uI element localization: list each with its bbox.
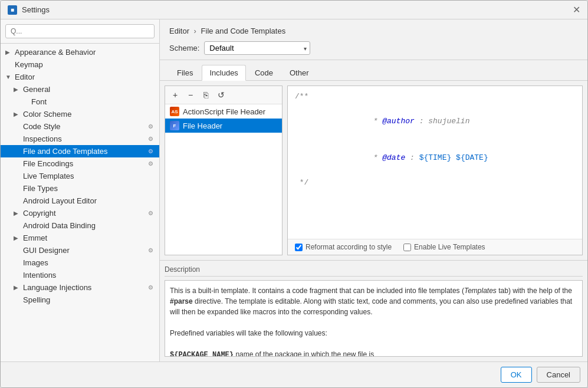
settings-badge-icon: ⚙ bbox=[146, 246, 155, 255]
footer: OK Cancel bbox=[1, 361, 587, 387]
actionscript-icon: AS bbox=[170, 107, 179, 116]
code-text: : bbox=[405, 153, 419, 162]
search-box bbox=[1, 19, 159, 44]
sidebar-item-font[interactable]: Font bbox=[1, 96, 159, 108]
main-body: + − ⎘ ↺ AS ActionScript File Header bbox=[160, 81, 587, 361]
sidebar-item-label: Font bbox=[31, 97, 155, 106]
sidebar-item-emmet[interactable]: ▶ Emmet bbox=[1, 232, 159, 244]
description-predefined: Predefined variables will take the follo… bbox=[170, 329, 327, 337]
sidebar-item-file-and-code-templates[interactable]: File and Code Templates ⚙ bbox=[1, 145, 159, 157]
settings-badge-icon: ⚙ bbox=[146, 123, 155, 131]
reformat-checkbox[interactable] bbox=[295, 244, 303, 251]
code-variable: ${TIME} bbox=[419, 153, 452, 162]
sidebar-item-android-layout-editor[interactable]: Android Layout Editor bbox=[1, 195, 159, 207]
sidebar-item-editor[interactable]: ▼ Editor bbox=[1, 71, 159, 83]
arrow-icon: ▶ bbox=[14, 210, 22, 216]
remove-button[interactable]: − bbox=[184, 88, 197, 101]
sidebar-item-images[interactable]: Images bbox=[1, 257, 159, 269]
sidebar-item-label: Spelling bbox=[23, 295, 155, 304]
description-label: Description bbox=[165, 265, 583, 277]
app-icon: ■ bbox=[8, 5, 17, 15]
sidebar-item-label: Images bbox=[23, 258, 155, 267]
variable-description: name of the package in which the new fil… bbox=[235, 350, 374, 357]
settings-badge-icon: ⚙ bbox=[146, 147, 155, 156]
tab-code[interactable]: Code bbox=[247, 65, 281, 80]
ok-button[interactable]: OK bbox=[501, 367, 532, 383]
close-button[interactable]: ✕ bbox=[573, 5, 580, 15]
file-item-label: File Header bbox=[183, 121, 222, 130]
file-list: AS ActionScript File Header F File Heade… bbox=[165, 104, 282, 255]
sidebar-item-android-data-binding[interactable]: Android Data Binding bbox=[1, 219, 159, 232]
file-toolbar: + − ⎘ ↺ bbox=[165, 86, 282, 104]
code-line: */ bbox=[295, 177, 575, 189]
live-templates-option[interactable]: Enable Live Templates bbox=[403, 243, 485, 251]
sidebar-item-intentions[interactable]: Intentions bbox=[1, 269, 159, 281]
code-line: * @author : shujuelin bbox=[295, 103, 575, 140]
sidebar-item-label: Live Templates bbox=[23, 172, 155, 180]
code-variable: ${DATE} bbox=[456, 153, 488, 162]
sidebar-item-file-types[interactable]: File Types bbox=[1, 182, 159, 195]
sidebar-item-gui-designer[interactable]: GUI Designer ⚙ bbox=[1, 244, 159, 257]
main-header: Editor › File and Code Templates Scheme:… bbox=[160, 19, 587, 60]
sidebar-item-inspections[interactable]: Inspections ⚙ bbox=[1, 133, 159, 145]
sidebar-item-label: Code Style bbox=[23, 122, 146, 131]
code-text: : shujuelin bbox=[415, 117, 470, 126]
breadcrumb: Editor › File and Code Templates bbox=[169, 27, 578, 35]
live-templates-label: Enable Live Templates bbox=[414, 243, 485, 251]
file-item-label: ActionScript File Header bbox=[183, 107, 265, 116]
sidebar-item-label: Language Injections bbox=[23, 283, 146, 292]
reformat-option[interactable]: Reformat according to style bbox=[295, 243, 392, 251]
scheme-row: Scheme: Default Project ▾ bbox=[169, 41, 578, 55]
settings-badge-icon: ⚙ bbox=[146, 284, 155, 292]
sidebar-item-copyright[interactable]: ▶ Copyright ⚙ bbox=[1, 207, 159, 219]
settings-badge-icon: ⚙ bbox=[146, 135, 155, 143]
arrow-icon: ▼ bbox=[5, 74, 14, 80]
title-bar-left: ■ Settings bbox=[8, 5, 50, 15]
sidebar-tree: ▶ Appearance & Behavior Keymap ▼ Editor … bbox=[1, 44, 159, 361]
sidebar-item-file-encodings[interactable]: File Encodings ⚙ bbox=[1, 157, 159, 170]
code-content[interactable]: /** * @author : shujuelin * @date : ${TI… bbox=[288, 86, 582, 239]
description-text[interactable]: This is a built-in template. It contains… bbox=[165, 280, 583, 357]
copy-button[interactable]: ⎘ bbox=[199, 88, 212, 101]
file-panel: + − ⎘ ↺ AS ActionScript File Header bbox=[165, 86, 282, 255]
reset-button[interactable]: ↺ bbox=[215, 88, 228, 101]
tab-files[interactable]: Files bbox=[169, 65, 201, 80]
sidebar: ▶ Appearance & Behavior Keymap ▼ Editor … bbox=[1, 19, 160, 361]
settings-badge-icon: ⚙ bbox=[146, 209, 155, 218]
code-space bbox=[451, 153, 456, 162]
sidebar-item-live-templates[interactable]: Live Templates bbox=[1, 170, 159, 182]
arrow-icon: ▶ bbox=[14, 284, 22, 291]
arrow-icon: ▶ bbox=[14, 86, 22, 93]
sidebar-item-code-style[interactable]: Code Style ⚙ bbox=[1, 120, 159, 133]
sidebar-item-language-injections[interactable]: ▶ Language Injections ⚙ bbox=[1, 281, 159, 294]
description-content: This is a built-in template. It contains… bbox=[170, 287, 572, 316]
scheme-select[interactable]: Default Project bbox=[204, 41, 310, 55]
file-item-header[interactable]: F File Header bbox=[165, 119, 282, 133]
sidebar-item-label: File Types bbox=[23, 184, 155, 193]
sidebar-item-keymap[interactable]: Keymap bbox=[1, 58, 159, 71]
tab-other[interactable]: Other bbox=[282, 65, 317, 80]
live-templates-checkbox[interactable] bbox=[403, 244, 411, 251]
sidebar-item-label: File Encodings bbox=[23, 159, 146, 168]
sidebar-item-label: Color Scheme bbox=[23, 110, 155, 119]
search-input[interactable] bbox=[5, 24, 155, 38]
sidebar-item-appearance[interactable]: ▶ Appearance & Behavior bbox=[1, 46, 159, 58]
settings-window: ■ Settings ✕ ▶ Appearance & Behavior Key… bbox=[0, 0, 588, 388]
title-bar: ■ Settings ✕ bbox=[1, 1, 587, 19]
file-item-actionscript[interactable]: AS ActionScript File Header bbox=[165, 104, 282, 119]
sidebar-item-color-scheme[interactable]: ▶ Color Scheme bbox=[1, 108, 159, 120]
cancel-button[interactable]: Cancel bbox=[537, 367, 580, 383]
breadcrumb-separator: › bbox=[194, 27, 196, 35]
tab-includes[interactable]: Includes bbox=[202, 65, 245, 81]
main-content: ▶ Appearance & Behavior Keymap ▼ Editor … bbox=[1, 19, 587, 361]
add-button[interactable]: + bbox=[169, 88, 182, 101]
sidebar-item-label: Android Layout Editor bbox=[23, 196, 155, 205]
tabs-bar: Files Includes Code Other bbox=[160, 60, 587, 81]
sidebar-item-general[interactable]: ▶ General bbox=[1, 83, 159, 96]
code-comment-prefix: * bbox=[369, 153, 382, 162]
sidebar-item-label: Appearance & Behavior bbox=[15, 48, 155, 57]
sidebar-item-spelling[interactable]: Spelling bbox=[1, 294, 159, 306]
sidebar-item-label: Copyright bbox=[23, 209, 146, 218]
sidebar-item-label: File and Code Templates bbox=[23, 147, 146, 156]
scheme-label: Scheme: bbox=[169, 44, 199, 52]
